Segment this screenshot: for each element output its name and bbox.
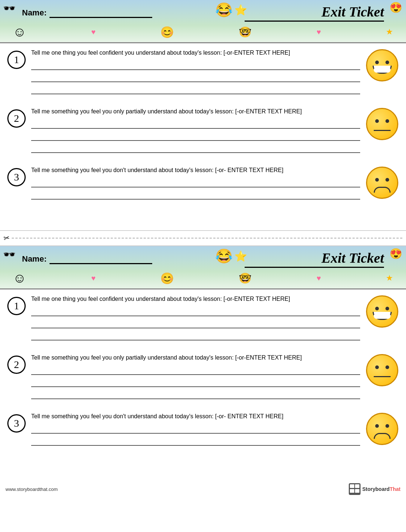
teeth — [374, 315, 391, 319]
question-row-4: 1 Tell me one thing you feel confident y… — [7, 295, 399, 343]
glasses-deco: 🤓 — [239, 26, 252, 38]
heart-deco-1: ♥ — [91, 28, 96, 36]
exit-ticket-section-2: Exit Ticket — [245, 250, 384, 268]
question-text-4: Tell me one thing you feel confident you… — [31, 295, 360, 303]
emoji-face-neutral-1 — [366, 108, 399, 141]
smiley-deco-3: ☺️ — [13, 270, 26, 286]
corner-tr-icon: 😍 — [389, 1, 402, 14]
corner-tl-icon-2: 🕶️ — [3, 248, 16, 260]
svg-rect-3 — [350, 489, 354, 493]
eye-left — [375, 61, 379, 64]
exit-ticket-section: Exit Ticket — [245, 4, 384, 22]
answer-lines-6[interactable] — [31, 423, 360, 446]
emoji-face-sad-2 — [366, 412, 399, 445]
eye-left — [375, 424, 379, 428]
question-text-5: Tell me something you feel you only part… — [31, 354, 360, 362]
eye-right — [385, 178, 389, 182]
question-number-4: 1 — [7, 297, 26, 315]
eye-right — [385, 61, 389, 64]
svg-rect-2 — [355, 484, 359, 488]
name-section: Name: — [22, 8, 152, 18]
question-number-6: 3 — [7, 414, 26, 433]
first-half: 🕶️ 😍 Name: 😂 ⭐ Exit Ticket — [0, 0, 406, 230]
question-number-3: 3 — [7, 168, 26, 186]
content-2: 1 Tell me one thing you feel confident y… — [0, 289, 406, 477]
question-content-6: Tell me something you feel you don't und… — [31, 412, 360, 448]
mouth-neutral — [374, 130, 391, 131]
question-text-6: Tell me something you feel you don't und… — [31, 412, 360, 420]
footer-website: www.storyboardthat.com — [6, 487, 58, 492]
svg-rect-4 — [355, 489, 359, 493]
exit-ticket-title-2: Exit Ticket — [321, 250, 384, 266]
answer-line[interactable] — [31, 84, 360, 94]
answer-line[interactable] — [31, 119, 360, 129]
emoji-face-sad-1 — [366, 166, 399, 199]
laughing-emoji-center: 😂 — [215, 2, 233, 18]
mouth-happy — [373, 66, 392, 74]
answer-line[interactable] — [31, 306, 360, 316]
mouth-neutral — [374, 376, 391, 377]
answer-lines-2[interactable] — [31, 119, 360, 153]
question-text-1: Tell me one thing you feel confident you… — [31, 49, 360, 57]
question-text-2: Tell me something you feel you only part… — [31, 108, 360, 116]
exit-ticket-title: Exit Ticket — [321, 4, 384, 20]
dashed-separator — [12, 238, 402, 238]
answer-line[interactable] — [31, 60, 360, 70]
question-row-5: 2 Tell me something you feel you only pa… — [7, 354, 399, 401]
question-content-5: Tell me something you feel you only part… — [31, 354, 360, 401]
answer-line[interactable] — [31, 131, 360, 141]
answer-line[interactable] — [31, 318, 360, 328]
question-number-1: 1 — [7, 51, 26, 69]
star-deco-right: ★ — [386, 27, 393, 37]
answer-line[interactable] — [31, 72, 360, 82]
storyboard-logo-icon — [349, 483, 361, 495]
answer-line[interactable] — [31, 177, 360, 187]
answer-lines-4[interactable] — [31, 306, 360, 340]
header-decorations-2: ☺️ ♥ 😊 🤓 ♥ ★ — [6, 270, 400, 287]
name-underline-2[interactable] — [50, 254, 152, 264]
smiley-deco-4: 😊 — [160, 272, 174, 285]
logo-text: StoryboardThat — [362, 486, 400, 492]
second-half: 🕶️ 😍 Name: 😂 ⭐ Exit Ticket — [0, 245, 406, 498]
heart-deco-4: ♥ — [317, 274, 321, 283]
heart-deco-3: ♥ — [91, 274, 96, 283]
answer-line[interactable] — [31, 423, 360, 434]
cut-line: ✂ — [0, 230, 406, 245]
name-underline[interactable] — [50, 8, 152, 18]
scissors-icon: ✂ — [3, 233, 11, 243]
answer-line[interactable] — [31, 365, 360, 375]
star-deco-right-2: ★ — [386, 273, 393, 283]
question-content-3: Tell me something you feel you don't und… — [31, 166, 360, 201]
corner-tl-icon: 🕶️ — [3, 2, 16, 14]
eye-right — [385, 365, 389, 369]
smiley-deco-1: ☺️ — [13, 24, 26, 40]
answer-line[interactable] — [31, 189, 360, 200]
question-number-5: 2 — [7, 356, 26, 374]
answer-line[interactable] — [31, 143, 360, 153]
mouth-happy — [373, 312, 392, 320]
mouth-sad — [374, 433, 391, 439]
answer-lines-3[interactable] — [31, 177, 360, 200]
eye-right — [385, 119, 389, 123]
answer-line[interactable] — [31, 436, 360, 446]
question-content-2: Tell me something you feel you only part… — [31, 108, 360, 155]
question-text-3: Tell me something you feel you don't und… — [31, 166, 360, 174]
page: 🕶️ 😍 Name: 😂 ⭐ Exit Ticket — [0, 0, 406, 498]
question-row-1: 1 Tell me one thing you feel confident y… — [7, 49, 399, 96]
question-content-1: Tell me one thing you feel confident you… — [31, 49, 360, 96]
mouth-sad — [374, 187, 391, 193]
answer-line[interactable] — [31, 377, 360, 387]
question-number-2: 2 — [7, 109, 26, 128]
question-content-4: Tell me one thing you feel confident you… — [31, 295, 360, 342]
exit-ticket-underline — [245, 20, 384, 22]
answer-lines-5[interactable] — [31, 365, 360, 399]
star-deco-center-2: ⭐ — [234, 250, 247, 262]
answer-line[interactable] — [31, 389, 360, 399]
teeth — [374, 69, 391, 73]
name-section-2: Name: — [22, 254, 152, 264]
exit-ticket-underline-2 — [245, 266, 384, 268]
answer-line[interactable] — [31, 330, 360, 340]
smiley-deco-2: 😊 — [160, 26, 174, 39]
answer-lines-1[interactable] — [31, 60, 360, 94]
question-row-2: 2 Tell me something you feel you only pa… — [7, 108, 399, 155]
